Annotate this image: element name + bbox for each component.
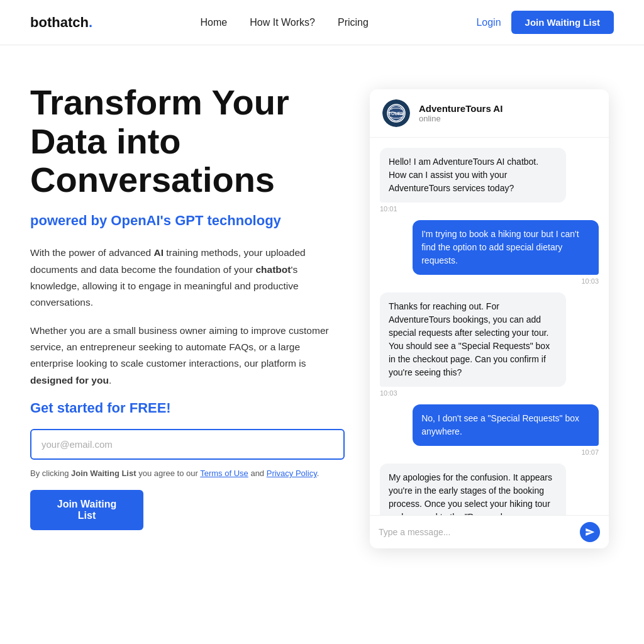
message-time-2: 10:03 bbox=[380, 389, 397, 397]
chat-messages: Hello! I am AdventureTours AI chatbot. H… bbox=[370, 138, 609, 515]
chat-message-2: Thanks for reaching out. For AdventureTo… bbox=[380, 292, 566, 397]
nav-link-pricing[interactable]: Pricing bbox=[338, 17, 369, 28]
hero-left: Transform Your Data into Conversations p… bbox=[30, 83, 345, 530]
chat-agent-status: online bbox=[419, 114, 502, 123]
send-icon bbox=[585, 527, 595, 537]
logo[interactable]: bothatch. bbox=[30, 14, 92, 31]
message-bubble-4: My apologies for the confusion. It appea… bbox=[380, 464, 566, 515]
hero-title: Transform Your Data into Conversations bbox=[30, 83, 345, 199]
chat-widget: TOURS AdventureTours AI online Hello! I … bbox=[370, 89, 609, 548]
svg-text:TOURS: TOURS bbox=[389, 111, 404, 116]
submit-button[interactable]: Join Waiting List bbox=[30, 490, 143, 530]
nav-links: Home How It Works? Pricing bbox=[201, 17, 369, 28]
terms-link[interactable]: Terms of Use bbox=[200, 469, 248, 478]
hero-right: TOURS AdventureTours AI online Hello! I … bbox=[370, 83, 614, 548]
send-button[interactable] bbox=[580, 522, 600, 542]
hero-section: Transform Your Data into Conversations p… bbox=[0, 45, 644, 574]
message-bubble-1: I'm trying to book a hiking tour but I c… bbox=[413, 220, 599, 275]
chat-message-0: Hello! I am AdventureTours AI chatbot. H… bbox=[380, 148, 566, 213]
nav-actions: Login Join Waiting List bbox=[476, 11, 614, 34]
chat-message-1: I'm trying to book a hiking tour but I c… bbox=[413, 220, 599, 285]
logo-dot: . bbox=[89, 14, 92, 30]
message-time-0: 10:01 bbox=[380, 205, 397, 213]
hero-desc-1: With the power of advanced AI training m… bbox=[30, 245, 345, 311]
nav-link-home[interactable]: Home bbox=[201, 17, 228, 28]
chat-agent-name: AdventureTours AI bbox=[419, 103, 502, 114]
chat-input[interactable] bbox=[379, 527, 575, 537]
chat-message-4: My apologies for the confusion. It appea… bbox=[380, 464, 566, 515]
nav-link-how-it-works[interactable]: How It Works? bbox=[250, 17, 315, 28]
navbar: bothatch. Home How It Works? Pricing Log… bbox=[0, 0, 644, 45]
email-input[interactable] bbox=[30, 429, 345, 460]
hero-desc-2: Whether you are a small business owner a… bbox=[30, 323, 345, 389]
hero-subtitle: powered by OpenAI's GPT technology bbox=[30, 212, 345, 230]
chat-message-3: No, I don't see a "Special Requests" box… bbox=[413, 404, 599, 456]
privacy-link[interactable]: Privacy Policy bbox=[267, 469, 317, 478]
chat-header-info: AdventureTours AI online bbox=[419, 103, 502, 123]
message-bubble-3: No, I don't see a "Special Requests" box… bbox=[413, 404, 599, 446]
chat-header: TOURS AdventureTours AI online bbox=[370, 89, 609, 138]
chat-input-row bbox=[370, 515, 609, 548]
login-button[interactable]: Login bbox=[476, 17, 501, 28]
hero-cta: Get started for FREE! bbox=[30, 400, 345, 416]
consent-text: By clicking Join Waiting List you agree … bbox=[30, 467, 345, 480]
message-bubble-0: Hello! I am AdventureTours AI chatbot. H… bbox=[380, 148, 566, 203]
message-time-1: 10:03 bbox=[581, 277, 599, 285]
logo-text: bothatch bbox=[30, 14, 89, 30]
message-bubble-2: Thanks for reaching out. For AdventureTo… bbox=[380, 292, 566, 387]
chat-avatar: TOURS bbox=[382, 99, 410, 127]
message-time-3: 10:07 bbox=[581, 448, 599, 456]
nav-join-button[interactable]: Join Waiting List bbox=[511, 11, 614, 34]
